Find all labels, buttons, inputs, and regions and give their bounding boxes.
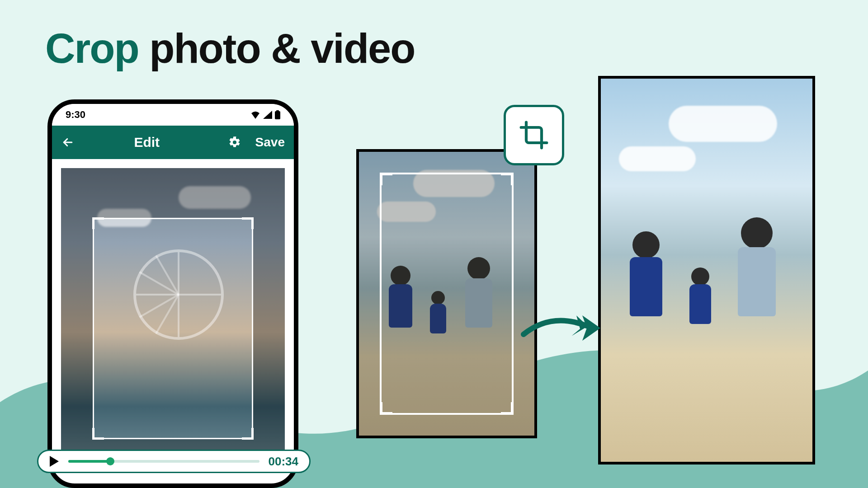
crop-handle-tr[interactable] (242, 217, 254, 229)
play-button[interactable] (49, 456, 59, 467)
crop-handle-tr[interactable] (501, 173, 514, 185)
battery-icon (275, 110, 280, 119)
crop-dim (61, 218, 93, 439)
svg-rect-0 (275, 111, 280, 119)
crop-handle-bl[interactable] (92, 428, 104, 440)
person-shape (632, 231, 660, 316)
back-button[interactable] (61, 136, 75, 149)
wifi-icon (250, 111, 260, 119)
appbar-title: Edit (75, 135, 219, 150)
crop-handle-br[interactable] (501, 402, 514, 415)
status-time: 9:30 (66, 109, 85, 121)
headline-rest: photo & video (139, 25, 415, 71)
headline-accent: Crop (45, 25, 139, 71)
status-indicators (250, 110, 280, 119)
crop-dim (61, 168, 285, 218)
crop-rectangle[interactable] (380, 173, 514, 415)
seek-track[interactable] (68, 460, 259, 463)
cloud-shape (619, 146, 696, 171)
photo-before (356, 149, 537, 438)
status-bar: 9:30 (52, 104, 294, 126)
person-shape (741, 217, 773, 316)
crop-icon (519, 120, 549, 150)
time-label: 00:34 (269, 455, 299, 469)
editor-canvas[interactable] (61, 168, 285, 466)
phone-mockup: 9:30 Edit Save (47, 99, 298, 488)
signal-icon (263, 111, 272, 119)
app-bar: Edit Save (52, 126, 294, 159)
person-shape (691, 267, 709, 324)
gear-icon (228, 136, 241, 149)
crop-rectangle[interactable] (93, 218, 253, 439)
photo-after (598, 76, 815, 465)
cloud-shape (669, 106, 777, 142)
settings-button[interactable] (228, 136, 241, 149)
save-button[interactable]: Save (255, 135, 285, 150)
headline: Crop photo & video (45, 25, 415, 72)
seek-thumb[interactable] (106, 457, 114, 465)
crop-handle-tl[interactable] (92, 217, 104, 229)
back-arrow-icon (61, 136, 75, 149)
crop-handle-bl[interactable] (380, 402, 392, 415)
crop-handle-br[interactable] (242, 428, 254, 440)
play-icon (49, 456, 59, 467)
crop-dim (253, 218, 285, 439)
arrow-right-icon (520, 307, 601, 348)
svg-rect-1 (276, 110, 279, 112)
crop-handle-tl[interactable] (380, 173, 392, 185)
seek-progress (68, 460, 110, 463)
playback-bar: 00:34 (37, 450, 311, 473)
crop-icon-card (504, 105, 564, 165)
